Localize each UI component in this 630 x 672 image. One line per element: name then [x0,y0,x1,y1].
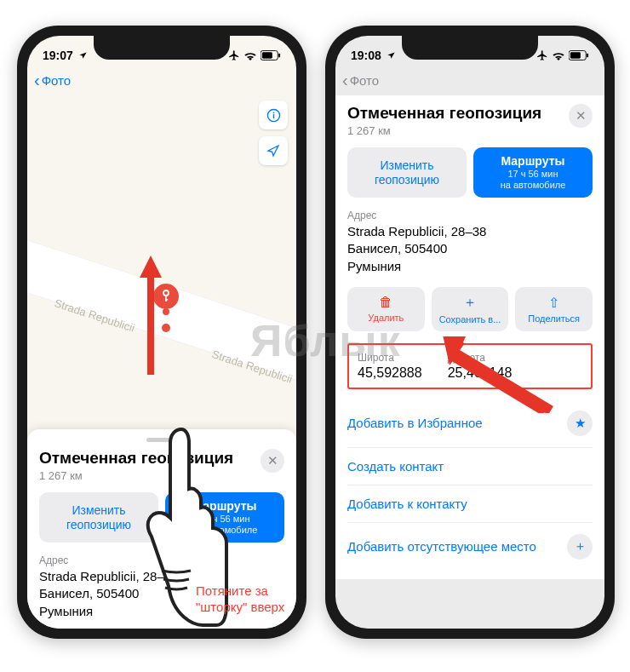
airplane-mode-icon [228,49,240,61]
status-time: 19:08 [351,49,381,62]
annotation-arrow-diagonal [438,336,558,413]
pin-key-icon [161,290,171,303]
pin-tail [163,308,169,315]
annotation-hint: Потяните за "шторку" вверх [196,583,284,616]
actions-list: Добавить в Избранное ★ Создать контакт Д… [347,399,593,571]
locate-button[interactable] [259,136,288,165]
airplane-mode-icon [536,49,548,61]
map-area[interactable]: Strada Republicii Strada Republicii 10° [27,92,296,450]
chevron-left-icon: ‹ [34,71,40,90]
notch [94,36,230,60]
wifi-icon [552,50,565,60]
trash-icon: 🗑 [379,295,392,310]
svg-rect-15 [448,348,549,413]
close-button[interactable]: ✕ [261,449,284,473]
svg-rect-1 [262,52,272,58]
share-icon: ⇧ [548,295,559,311]
svg-marker-12 [140,256,162,375]
status-time: 19:07 [43,49,73,62]
svg-rect-11 [587,54,588,58]
save-button[interactable]: ＋ Сохранить в... [432,287,509,331]
battery-icon [569,50,589,60]
latitude-value[interactable]: 45,592888 [358,365,422,381]
back-label: Фото [42,73,71,88]
share-button[interactable]: ⇧ Поделиться [515,287,593,331]
close-icon: ✕ [576,108,587,123]
add-missing-place-row[interactable]: Добавить отсутствующее место ＋ [347,523,593,571]
plus-square-icon: ＋ [463,294,477,312]
close-button[interactable]: ✕ [569,104,593,128]
address-label: Адрес [347,210,593,221]
create-contact-row[interactable]: Создать контакт [347,448,593,485]
battery-icon [261,50,281,60]
screen-right: 19:08 ‹ Фото Отмеченная геопозиция 1 267… [335,36,604,629]
svg-rect-8 [165,299,168,301]
sheet-distance: 1 267 км [347,124,541,137]
svg-rect-7 [165,295,167,302]
phone-right: 19:08 ‹ Фото Отмеченная геопозиция 1 267… [325,26,615,639]
pin-shadow [162,324,170,332]
svg-rect-10 [570,52,581,58]
address-block: Strada Republicii, 28–38 Банисел, 505400… [347,223,593,275]
svg-rect-2 [278,54,280,58]
locate-arrow-icon [266,144,280,158]
info-icon [266,108,281,123]
back-row[interactable]: ‹ Фото [335,68,604,92]
info-button[interactable] [259,101,288,129]
add-contact-row[interactable]: Добавить к контакту [347,485,593,523]
back-row[interactable]: ‹ Фото [27,68,296,92]
routes-button[interactable]: Маршруты 17 ч 56 мин на автомобиле [473,147,593,198]
back-label: Фото [350,73,379,88]
svg-point-4 [272,112,274,113]
latitude-label: Широта [358,352,422,364]
location-services-icon [387,51,396,60]
svg-rect-5 [272,114,273,118]
sheet-title: Отмеченная геопозиция [347,104,541,123]
delete-button[interactable]: 🗑 Удалить [347,287,425,331]
chevron-left-icon: ‹ [342,71,348,90]
edit-location-button[interactable]: Изменить геопозицию [347,147,467,198]
location-services-icon [78,51,88,60]
star-icon: ★ [567,411,593,436]
plus-icon: ＋ [567,534,593,560]
annotation-arrow-up [140,256,162,375]
close-icon: ✕ [267,453,278,468]
wifi-icon [243,50,257,60]
notch [402,36,538,60]
